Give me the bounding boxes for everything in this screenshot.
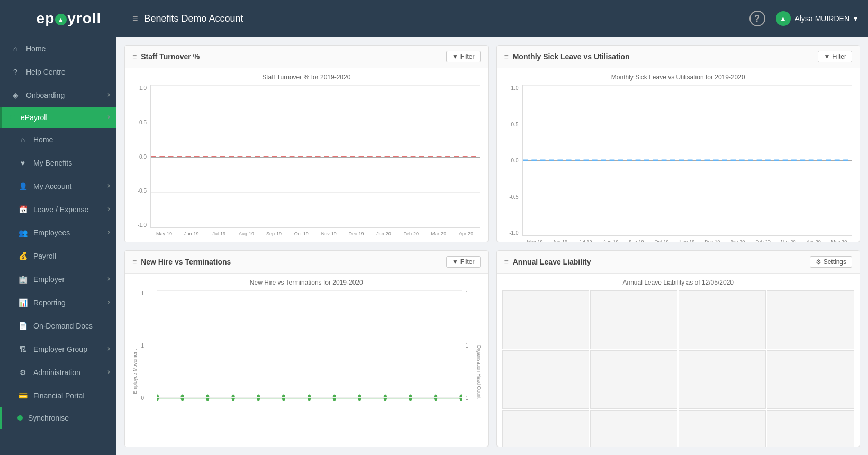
- header-right: ? ▲ Alysa MUIRDEN ▾: [749, 11, 857, 26]
- sidebar-item-label: My Account: [33, 182, 71, 190]
- sidebar-item-ondemand[interactable]: 📄 On-Demand Docs: [0, 314, 116, 338]
- plot-area: [150, 85, 480, 228]
- sidebar-item-label: My Benefits: [33, 159, 72, 167]
- sidebar-item-home-sub[interactable]: ⌂ Home: [0, 128, 116, 151]
- hamburger-icon[interactable]: ≡: [132, 13, 138, 24]
- filter-icon-2: ▼: [824, 53, 830, 60]
- leave-cell: [502, 410, 590, 447]
- sidebar-item-label: Leave / Expense: [33, 205, 88, 214]
- sidebar-item-onboarding[interactable]: ◈ Onboarding: [0, 84, 116, 107]
- leave-cell: [767, 410, 854, 447]
- grid-line: [157, 290, 462, 291]
- help-icon[interactable]: ?: [749, 11, 765, 26]
- filter-icon: ▼: [452, 53, 458, 60]
- sidebar-item-synchronise[interactable]: Synchronise: [0, 407, 116, 429]
- sidebar: ⌂ Home ? Help Centre ◈ Onboarding ePayro…: [0, 37, 116, 455]
- logo: ep▲yroll: [37, 10, 102, 27]
- leave-cell: [679, 350, 766, 409]
- sidebar-item-help[interactable]: ? Help Centre: [0, 60, 116, 84]
- leave-cell: [590, 290, 677, 349]
- menu-icon-2: ≡: [504, 52, 509, 61]
- sidebar-item-label: On-Demand Docs: [33, 322, 93, 330]
- grid-line: [157, 344, 462, 344]
- employees-icon: 👥: [17, 228, 28, 238]
- sidebar-item-leave[interactable]: 📅 Leave / Expense: [0, 198, 116, 221]
- sidebar-item-financial[interactable]: 💳 Financial Portal: [0, 384, 116, 407]
- sidebar-item-epayroll[interactable]: ePayroll: [0, 107, 116, 128]
- leave-cell: [679, 290, 766, 349]
- sick-x-axis: May-19 Jun-19 Jul-19 Aug-19 Sep-19 Oct-1…: [522, 237, 852, 242]
- employergroup-icon: 🏗: [17, 344, 28, 354]
- sick-leave-filter-button[interactable]: ▼ Filter: [818, 51, 852, 62]
- docs-icon: 📄: [17, 321, 28, 331]
- leave-cell: [590, 410, 677, 447]
- sidebar-item-employees[interactable]: 👥 Employees: [0, 221, 116, 244]
- annual-leave-settings-button[interactable]: ⚙ Settings: [810, 256, 852, 268]
- sidebar-item-label: Financial Portal: [33, 392, 85, 400]
- sidebar-item-label: Home: [33, 135, 53, 144]
- settings-gear-icon: ⚙: [816, 258, 821, 266]
- staff-turnover-filter-button[interactable]: ▼ Filter: [446, 51, 481, 62]
- dropdown-arrow-icon: ▾: [854, 14, 857, 23]
- staff-turnover-body: Staff Turnover % for 2019-2020 1.0 0.5 0…: [125, 68, 488, 242]
- content-area: ≡ Staff Turnover % ▼ Filter Staff Turnov…: [116, 37, 868, 455]
- sidebar-item-label: Employer: [33, 275, 65, 284]
- y-axis: 1.0 0.5 0.0 -0.5 -1.0: [130, 85, 149, 228]
- sidebar-item-home[interactable]: ⌂ Home: [0, 37, 116, 60]
- leave-icon: 📅: [17, 204, 28, 215]
- sick-leave-card: ≡ Monthly Sick Leave vs Utilisation ▼ Fi…: [496, 45, 861, 242]
- new-hire-filter-button[interactable]: ▼ Filter: [446, 256, 481, 268]
- employee-movement-label: Employee Movement: [131, 290, 139, 448]
- sick-line-svg: [523, 85, 852, 235]
- sidebar-item-administration[interactable]: ⚙ Administration: [0, 361, 116, 384]
- home-sub-icon: ⌂: [17, 134, 28, 145]
- staff-turnover-header: ≡ Staff Turnover % ▼ Filter: [125, 46, 488, 68]
- logo-icon: ▲: [55, 14, 67, 25]
- onboarding-icon: ◈: [10, 90, 21, 101]
- sidebar-item-reporting[interactable]: 📊 Reporting: [0, 291, 116, 314]
- filter-icon-3: ▼: [452, 258, 458, 266]
- sick-y-axis: 1.0 0.5 0.0 -0.5 -1.0: [502, 85, 521, 236]
- leave-cell: [590, 350, 677, 409]
- sidebar-item-mybenefits[interactable]: ♥ My Benefits: [0, 151, 116, 175]
- menu-icon-3: ≡: [132, 258, 137, 266]
- logo-area: ep▲yroll: [11, 10, 127, 27]
- sidebar-item-label: Help Centre: [26, 68, 66, 76]
- home-icon: ⌂: [10, 43, 21, 54]
- org-headcount-label: Organisation Head Count: [475, 290, 483, 448]
- staff-turnover-subtitle: Staff Turnover % for 2019-2020: [130, 74, 483, 81]
- sidebar-item-payroll[interactable]: 💰 Payroll: [0, 244, 116, 268]
- new-hire-line-svg: [157, 290, 462, 448]
- staff-turnover-title: ≡ Staff Turnover %: [132, 52, 200, 61]
- user-avatar-icon: ▲: [776, 11, 791, 26]
- sidebar-item-label: Home: [26, 44, 46, 53]
- sidebar-item-label: Onboarding: [26, 91, 65, 99]
- sidebar-item-label: Employer Group: [33, 345, 87, 353]
- new-hire-chart: 1 1 0 0 Employee Movement: [130, 290, 483, 448]
- sick-leave-header: ≡ Monthly Sick Leave vs Utilisation ▼ Fi…: [497, 46, 860, 68]
- sick-leave-title: ≡ Monthly Sick Leave vs Utilisation: [504, 52, 630, 61]
- sick-plot-area: [522, 85, 852, 236]
- reporting-icon: 📊: [17, 297, 28, 308]
- header-content: ≡ Benefits Demo Account: [127, 13, 749, 24]
- sidebar-item-employer[interactable]: 🏢 Employer: [0, 268, 116, 291]
- annual-leave-header: ≡ Annual Leave Liability ⚙ Settings: [497, 251, 860, 274]
- leave-cell: [679, 410, 766, 447]
- benefits-icon: ♥: [17, 158, 28, 168]
- new-hire-title: ≡ New Hire vs Terminations: [132, 258, 231, 266]
- new-hire-card: ≡ New Hire vs Terminations ▼ Filter New …: [124, 250, 489, 448]
- sidebar-item-myaccount[interactable]: 👤 My Account: [0, 175, 116, 198]
- user-area[interactable]: ▲ Alysa MUIRDEN ▾: [776, 11, 857, 26]
- leave-cell: [767, 290, 854, 349]
- question-icon: ?: [10, 67, 21, 77]
- leave-cell: [502, 350, 590, 409]
- leave-cell: [502, 290, 590, 349]
- annual-leave-title: ≡ Annual Leave Liability: [504, 258, 591, 266]
- new-hire-plot: [157, 290, 462, 448]
- sidebar-item-label: Reporting: [33, 298, 66, 307]
- sidebar-item-label: ePayroll: [21, 113, 48, 122]
- menu-icon: ≡: [132, 52, 137, 61]
- leave-cell: [767, 350, 854, 409]
- sick-leave-subtitle: Monthly Sick Leave vs Utilisation for 20…: [502, 74, 855, 81]
- sidebar-item-employergroup[interactable]: 🏗 Employer Group: [0, 338, 116, 361]
